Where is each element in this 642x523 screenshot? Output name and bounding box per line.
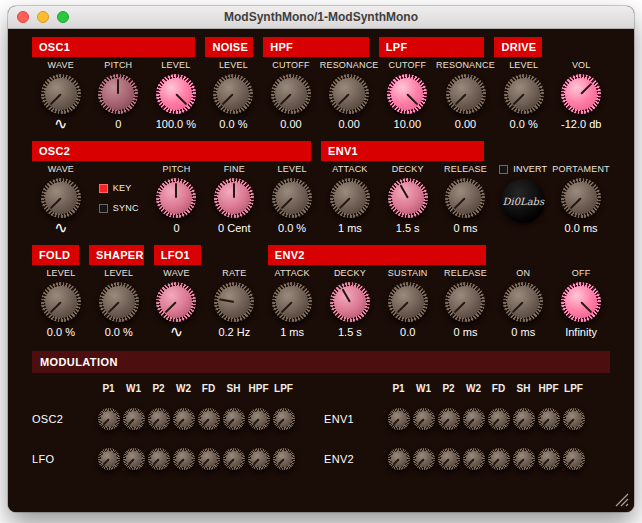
mod-lfo-fd-knob[interactable]: [198, 448, 220, 470]
lpf-resonance-knob[interactable]: [446, 74, 486, 114]
invert-toggle[interactable]: INVERT: [499, 163, 547, 175]
osc2-wave-knob[interactable]: [41, 178, 81, 218]
mod-env1-fd-cell: [486, 408, 511, 430]
portament-knob[interactable]: [561, 178, 601, 218]
modsynthmono-window: ModSynthMono/1-ModSynthMono OSC1NOISEHPF…: [8, 6, 634, 512]
mod-lfo-w1-knob[interactable]: [123, 448, 145, 470]
mod-env1-w1-knob[interactable]: [413, 408, 435, 430]
mod-env1-fd-knob[interactable]: [488, 408, 510, 430]
mod-env1-hpf-knob[interactable]: [538, 408, 560, 430]
env2-on-knob[interactable]: [503, 282, 543, 322]
lpf-cutoff-knob[interactable]: [387, 74, 427, 114]
noise-level-knob[interactable]: [213, 74, 253, 114]
lfo1-rate-label: RATE: [222, 267, 246, 279]
mod-osc2-sh-knob[interactable]: [223, 408, 245, 430]
mod-env1-w2-knob[interactable]: [463, 408, 485, 430]
mod-lfo-lpf-knob[interactable]: [273, 448, 295, 470]
osc2-level-knob[interactable]: [272, 178, 312, 218]
key-toggle[interactable]: KEY: [99, 183, 132, 193]
osc2-wave-label: WAVE: [48, 163, 74, 175]
mod-env2-w2-knob[interactable]: [463, 448, 485, 470]
lfo1-rate-knob[interactable]: [214, 282, 254, 322]
mod-env2-sh-knob[interactable]: [513, 448, 535, 470]
mod-lfo-hpf-cell: [246, 448, 271, 470]
invert-label: INVERT: [513, 164, 547, 174]
env1-decky-knob[interactable]: [388, 178, 428, 218]
hpf-resonance-knob[interactable]: [329, 74, 369, 114]
sync-checkbox[interactable]: [99, 204, 108, 213]
osc2-fine-label: FINE: [224, 163, 245, 175]
env2-attack-knob[interactable]: [272, 282, 312, 322]
mod-env2-p1-knob[interactable]: [388, 448, 410, 470]
mod-row-label-lfo: LFO: [32, 453, 96, 465]
mod-col-header-w1: W1: [411, 383, 436, 394]
osc2-fine-cell: FINE0 Cent: [205, 163, 263, 235]
mod-lfo-w2-knob[interactable]: [173, 448, 195, 470]
osc1-level-value: 100.0 %: [156, 117, 196, 131]
mod-env2-p2-knob[interactable]: [438, 448, 460, 470]
osc2-switches-cell: KEYSYNC: [90, 163, 148, 213]
sync-toggle[interactable]: SYNC: [99, 203, 139, 213]
osc2-pitch-knob[interactable]: [156, 178, 196, 218]
mod-lfo-hpf-knob[interactable]: [248, 448, 270, 470]
mod-env2-lpf-knob[interactable]: [563, 448, 585, 470]
mod-env1-p2-knob[interactable]: [438, 408, 460, 430]
env2-release-knob[interactable]: [445, 282, 485, 322]
mod-osc2-hpf-knob[interactable]: [248, 408, 270, 430]
section-header-lpf: LPF: [379, 37, 485, 57]
drive-level-knob[interactable]: [504, 74, 544, 114]
env2-release-cell: RELEASE0 ms: [437, 267, 495, 339]
osc1-pitch-knob[interactable]: [98, 74, 138, 114]
mod-lfo-p2-knob[interactable]: [148, 448, 170, 470]
osc1-pitch-label: PITCH: [104, 59, 132, 71]
env2-sustain-knob[interactable]: [388, 282, 428, 322]
mod-env1-lpf-knob[interactable]: [563, 408, 585, 430]
osc2-fine-knob[interactable]: [214, 178, 254, 218]
minimize-button[interactable]: [37, 11, 49, 23]
env2-off-knob[interactable]: [561, 282, 601, 322]
mod-env2-w1-knob[interactable]: [413, 448, 435, 470]
env2-decky-knob[interactable]: [330, 282, 370, 322]
mod-osc2-p1-knob[interactable]: [98, 408, 120, 430]
mod-col-header-lpf: LPF: [271, 383, 296, 394]
mod-env2-hpf-knob[interactable]: [538, 448, 560, 470]
mod-env2-sh-cell: [511, 448, 536, 470]
osc1-wave-knob[interactable]: [41, 74, 81, 114]
lpf-resonance-label: RESONANCE: [436, 59, 495, 71]
mod-lfo-p1-knob[interactable]: [98, 448, 120, 470]
section-header-osc2: OSC2: [32, 141, 311, 161]
env2-release-label: RELEASE: [444, 267, 487, 279]
mod-lfo-sh-knob[interactable]: [223, 448, 245, 470]
modulation-column-headers: P1W1P2W2FDSHHPFLPFP1W1P2W2FDSHHPFLPF: [32, 381, 610, 395]
hpf-cutoff-knob[interactable]: [271, 74, 311, 114]
zoom-button[interactable]: [57, 11, 69, 23]
mod-osc2-fd-knob[interactable]: [198, 408, 220, 430]
lfo1-wave-knob[interactable]: [156, 282, 196, 322]
mod-env1-sh-knob[interactable]: [513, 408, 535, 430]
invert-checkbox[interactable]: [499, 165, 508, 174]
mod-env1-p1-knob[interactable]: [388, 408, 410, 430]
mod-col-header-fd: FD: [486, 383, 511, 394]
shaper-level-value: 0.0 %: [105, 325, 133, 339]
env2-attack-value: 1 ms: [280, 325, 304, 339]
shaper-level-knob[interactable]: [99, 282, 139, 322]
resize-handle[interactable]: [613, 491, 629, 507]
env2-release-value: 0 ms: [454, 325, 478, 339]
fold-level-knob[interactable]: [41, 282, 81, 322]
mod-osc2-w2-knob[interactable]: [173, 408, 195, 430]
mod-env2-fd-knob[interactable]: [488, 448, 510, 470]
env1-release-knob[interactable]: [445, 178, 485, 218]
title-bar[interactable]: ModSynthMono/1-ModSynthMono: [8, 6, 634, 29]
section-title: NOISE: [212, 41, 248, 53]
mod-osc2-p2-knob[interactable]: [148, 408, 170, 430]
key-checkbox[interactable]: [99, 184, 108, 193]
mod-osc2-lpf-cell: [271, 408, 296, 430]
vol-knob[interactable]: [561, 74, 601, 114]
env1-attack-knob[interactable]: [330, 178, 370, 218]
mod-osc2-w1-knob[interactable]: [123, 408, 145, 430]
osc1-level-knob[interactable]: [156, 74, 196, 114]
close-button[interactable]: [17, 11, 29, 23]
section-title: LFO1: [161, 249, 190, 261]
env1-decky-value: 1.5 s: [396, 221, 420, 235]
mod-osc2-lpf-knob[interactable]: [273, 408, 295, 430]
